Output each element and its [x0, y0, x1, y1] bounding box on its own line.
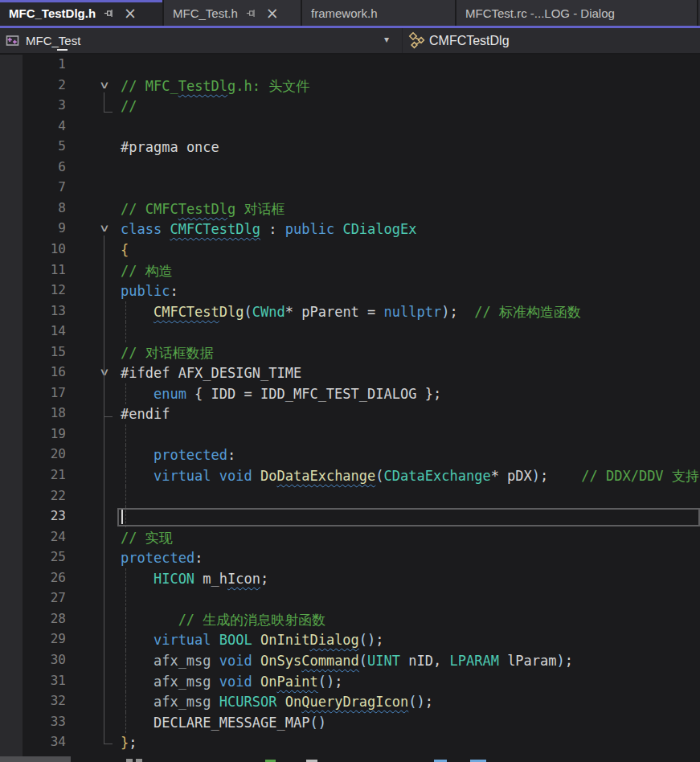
line-number: 22	[23, 488, 66, 503]
code-line[interactable]: 18#endif	[0, 404, 700, 424]
code-line[interactable]: 8// CMFCTestDlg 对话框	[0, 199, 700, 219]
line-number: 13	[23, 303, 66, 318]
current-line-highlight	[117, 508, 700, 526]
code-line[interactable]: 2∨// MFC_TestDlg.h: 头文件	[0, 76, 700, 96]
fold-collapse-icon[interactable]: ∨	[89, 366, 120, 378]
navigation-bar: MFC_Test ▾ CMFCTestDlg	[0, 28, 700, 55]
code-line[interactable]: 25protected:	[0, 547, 700, 568]
code-line[interactable]: 13CMFCTestDlg(CWnd* pParent = nullptr); …	[0, 301, 700, 322]
code-line[interactable]: 15// 对话框数据	[0, 342, 700, 363]
code-line[interactable]: 26HICON m_hIcon;	[0, 568, 700, 589]
code-line[interactable]: 5#pragma once	[0, 137, 700, 158]
fold-structure-line	[104, 92, 104, 113]
code-line[interactable]: 22	[0, 486, 700, 507]
code-line[interactable]: 34};	[0, 732, 700, 753]
line-number: 1	[23, 56, 66, 72]
code-line[interactable]: 9∨class CMFCTestDlg : public CDialogEx	[0, 219, 700, 240]
code-text: public:	[121, 281, 178, 301]
code-line[interactable]: 21virtual void DoDataExchange(CDataExcha…	[0, 465, 700, 486]
fold-collapse-icon[interactable]: ∨	[89, 222, 120, 234]
code-line[interactable]: 10{	[0, 240, 700, 260]
code-line[interactable]: 20protected:	[0, 444, 700, 465]
spellcheck-squiggle: Command	[301, 653, 359, 669]
code-line[interactable]: 17enum { IDD = IDD_MFC_TEST_DIALOG };	[0, 383, 700, 404]
tab-mfc-testdlg-h[interactable]: MFC_TestDlg.h ×	[0, 0, 164, 26]
code-line[interactable]: 4	[0, 117, 700, 137]
member-dropdown-label: CMFCTestDlg	[429, 34, 510, 48]
spellcheck-squiggle: Icon	[227, 571, 260, 587]
code-text: {	[121, 240, 129, 260]
splitter-grip	[57, 49, 68, 51]
code-line[interactable]: 16∨#ifdef AFX_DESIGN_TIME	[0, 363, 700, 383]
line-number: 17	[23, 385, 66, 400]
code-line[interactable]: 28// 生成的消息映射函数	[0, 609, 700, 630]
code-text: // CMFCTestDlg 对话框	[121, 199, 285, 219]
line-number: 23	[23, 508, 66, 523]
code-line[interactable]: 27	[0, 588, 700, 609]
tab-label: MFCTest.rc -...LOG - Dialog	[465, 6, 615, 20]
code-text: afx_msg HCURSOR OnQueryDragIcon();	[121, 692, 433, 711]
visual-studio-editor-window: MFC_TestDlg.h ×MFC_Test.h ×framework.hMF…	[0, 0, 700, 762]
spellcheck-squiggle: TestDl	[178, 78, 227, 94]
code-line[interactable]: 1	[0, 55, 700, 76]
spellcheck-squiggle: Dialog	[309, 632, 358, 648]
tab-label: MFC_TestDlg.h	[9, 6, 96, 20]
code-text: //	[121, 96, 137, 116]
code-line[interactable]: 12public:	[0, 281, 700, 301]
tab-mfctest-rc-log-dialog[interactable]: MFCTest.rc -...LOG - Dialog	[456, 0, 698, 26]
spellcheck-squiggle: TestDl	[178, 201, 227, 217]
code-line[interactable]: 32afx_msg HCURSOR OnQueryDragIcon();	[0, 691, 700, 712]
line-number: 29	[23, 631, 66, 646]
code-text: virtual BOOL OnInitDialog();	[121, 630, 384, 649]
pin-icon[interactable]	[103, 7, 115, 19]
line-number: 24	[23, 529, 66, 544]
code-line[interactable]: 19	[0, 424, 700, 445]
code-line[interactable]: 7	[0, 178, 700, 199]
spellcheck-squiggle: CMFCTest	[154, 304, 219, 320]
code-line[interactable]: 33DECLARE_MESSAGE_MAP()	[0, 712, 700, 733]
code-line[interactable]: 24// 实现	[0, 527, 700, 548]
fold-structure-corner	[104, 744, 113, 744]
code-line[interactable]: 23	[0, 506, 700, 527]
code-line[interactable]: 29virtual BOOL OnInitDialog();	[0, 629, 700, 650]
line-number: 15	[23, 344, 66, 359]
text-caret	[121, 510, 123, 524]
indent-guide	[125, 424, 126, 445]
code-editor[interactable]: 12∨// MFC_TestDlg.h: 头文件3//45#pragma onc…	[0, 55, 700, 762]
spellcheck-squiggle: CMFCTestDlg	[170, 221, 260, 237]
close-icon[interactable]: ×	[264, 6, 280, 21]
line-number: 27	[23, 590, 66, 605]
project-dropdown[interactable]: MFC_Test ▾	[0, 28, 402, 53]
code-line[interactable]: 3//	[0, 96, 700, 117]
tab-mfc-test-h[interactable]: MFC_Test.h ×	[164, 0, 302, 26]
code-line[interactable]: 31afx_msg void OnPaint();	[0, 671, 700, 692]
fold-collapse-icon[interactable]: ∨	[89, 79, 120, 91]
code-line[interactable]: 6	[0, 158, 700, 178]
fold-structure-corner	[104, 416, 113, 417]
code-text: virtual void DoDataExchange(CDataExchang…	[121, 466, 699, 485]
code-line[interactable]: 30afx_msg void OnSysCommand(UINT nID, LP…	[0, 650, 700, 671]
code-text: class CMFCTestDlg : public CDialogEx	[121, 219, 417, 239]
code-text: afx_msg void OnPaint();	[121, 672, 342, 691]
indent-guide	[125, 486, 126, 507]
code-text: // MFC_TestDlg.h: 头文件	[121, 76, 309, 96]
member-dropdown[interactable]: CMFCTestDlg	[403, 28, 510, 53]
code-line[interactable]	[0, 753, 700, 762]
chevron-down-icon[interactable]: ▾	[384, 34, 389, 45]
line-number: 18	[23, 405, 66, 420]
code-line[interactable]: 11// 构造	[0, 260, 700, 281]
active-tab-accent	[0, 0, 162, 2]
line-number: 19	[23, 426, 66, 441]
close-icon[interactable]: ×	[122, 6, 138, 21]
tab-label: MFC_Test.h	[173, 6, 238, 20]
code-text: protected:	[121, 445, 235, 465]
code-line[interactable]: 14	[0, 322, 700, 342]
pin-icon[interactable]	[245, 7, 257, 19]
code-text: DECLARE_MESSAGE_MAP()	[121, 713, 326, 732]
code-text: // 实现	[121, 528, 173, 547]
tab-framework-h[interactable]: framework.h	[302, 0, 456, 26]
line-number: 4	[23, 118, 66, 133]
tab-label: framework.h	[311, 6, 378, 20]
line-number: 10	[23, 241, 66, 256]
code-text: // 生成的消息映射函数	[121, 610, 325, 629]
